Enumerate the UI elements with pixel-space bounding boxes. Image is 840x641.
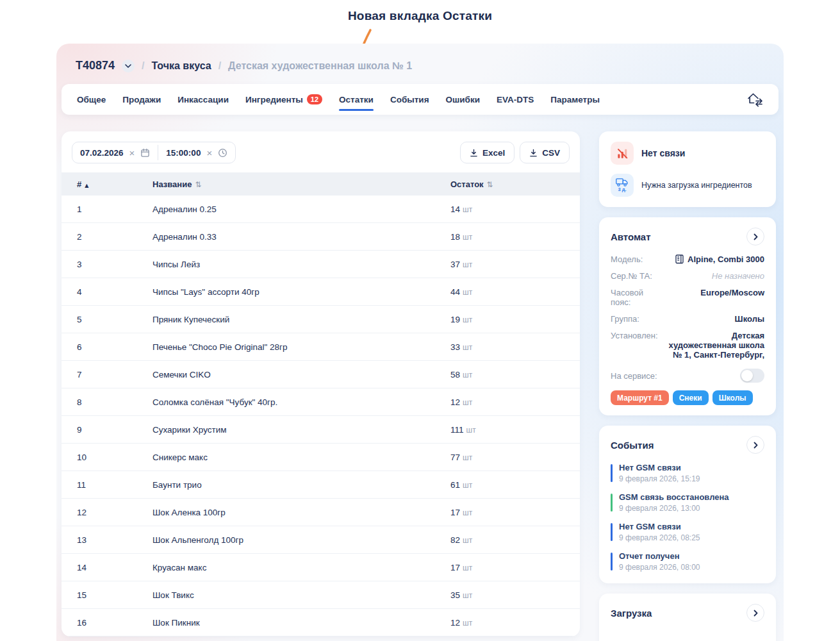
- serial-label: Сер.№ ТА:: [611, 271, 652, 281]
- header-index[interactable]: #▲: [77, 179, 152, 189]
- row-stock-unit: шт: [463, 205, 472, 214]
- breadcrumb-machine-id[interactable]: T40874: [76, 59, 115, 72]
- event-date: 9 февраля 2026, 08:00: [619, 563, 764, 572]
- days-badge: 3 д.: [618, 187, 626, 192]
- sidebar: Нет связи 3 д. Нужна загрузка ингредиент…: [599, 131, 776, 641]
- table-row[interactable]: 4 Чипсы "Lays" ассорти 40гр 44шт: [62, 278, 580, 306]
- row-stock: 37шт: [450, 260, 564, 269]
- machine-tag[interactable]: Маршрут #1: [611, 390, 669, 405]
- table-row[interactable]: 8 Соломка солёная "Чубук" 40гр. 12шт: [62, 388, 580, 416]
- row-index: 15: [77, 590, 152, 600]
- event-title: Нет GSM связи: [619, 463, 764, 472]
- loading-card-expand-button[interactable]: [746, 604, 764, 622]
- table-row[interactable]: 12 Шок Аленка 100гр 17шт: [62, 499, 580, 526]
- chevron-right-icon: [754, 233, 758, 240]
- switch-machine-button[interactable]: [746, 92, 763, 107]
- tab-ingredients[interactable]: Ингредиенты 12: [245, 84, 322, 115]
- row-index: 9: [77, 425, 152, 435]
- time-filter[interactable]: 15:00:00 ×: [158, 142, 235, 163]
- row-stock: 111шт: [450, 425, 564, 435]
- row-index: 2: [77, 232, 152, 242]
- clear-date-icon[interactable]: ×: [129, 148, 135, 158]
- table-row[interactable]: 10 Сникерс макс 77шт: [62, 444, 580, 471]
- tab-bar: Общее Продажи Инкассации Ингредиенты 12 …: [62, 84, 778, 115]
- machine-id-dropdown-button[interactable]: [122, 60, 135, 72]
- tab-events[interactable]: События: [390, 84, 429, 115]
- export-csv-button[interactable]: CSV: [520, 142, 570, 163]
- events-card-expand-button[interactable]: [746, 436, 764, 454]
- tab-remains[interactable]: Остатки: [339, 84, 374, 115]
- stock-table-card: 07.02.2026 × 15:00:00 ×: [62, 131, 580, 637]
- event-title: Нет GSM связи: [619, 522, 764, 531]
- row-stock-unit: шт: [463, 260, 472, 269]
- breadcrumb-location: Детская художественная школа № 1: [228, 60, 412, 72]
- machine-card-expand-button[interactable]: [746, 228, 764, 246]
- chevron-down-icon: [125, 64, 131, 68]
- tab-label: Параметры: [550, 95, 600, 104]
- tab-collections[interactable]: Инкассации: [177, 84, 229, 115]
- table-row[interactable]: 15 Шок Твикс 35шт: [62, 581, 580, 609]
- tab-label: Ошибки: [446, 95, 480, 104]
- row-index: 8: [77, 397, 152, 407]
- row-stock-unit: шт: [466, 426, 476, 435]
- header-stock[interactable]: Остаток⇅: [450, 179, 564, 189]
- row-stock-unit: шт: [463, 453, 472, 462]
- tab-eva-dts[interactable]: EVA-DTS: [497, 84, 534, 115]
- clear-time-icon[interactable]: ×: [206, 148, 212, 158]
- event-item[interactable]: GSM связь восстановлена 9 февраля 2026, …: [611, 492, 764, 513]
- time-filter-value[interactable]: 15:00:00: [166, 148, 201, 158]
- row-product-name: Адреналин 0.33: [152, 232, 450, 242]
- row-product-name: Пряник Купеческий: [152, 315, 450, 324]
- row-stock: 19шт: [450, 315, 564, 324]
- clock-icon[interactable]: [218, 148, 227, 158]
- table-row[interactable]: 9 Сухарики Хрустим 111шт: [62, 416, 580, 444]
- service-label: На сервисе:: [611, 371, 657, 381]
- tab-sales[interactable]: Продажи: [122, 84, 161, 115]
- loading-card: Загрузка: [599, 594, 776, 641]
- table-row[interactable]: 6 Печенье "Choco Pie Original" 28гр 33шт: [62, 333, 580, 361]
- machine-tag[interactable]: Школы: [712, 390, 753, 405]
- event-date: 9 февраля 2026, 08:25: [619, 533, 764, 542]
- event-color-bar: [611, 494, 613, 512]
- model-label: Модель:: [611, 254, 643, 264]
- date-filter[interactable]: 07.02.2026 ×: [72, 142, 158, 163]
- table-row[interactable]: 14 Круасан макс 17шт: [62, 554, 580, 581]
- table-row[interactable]: 16 Шок Пикник 12шт: [62, 609, 580, 637]
- tab-errors[interactable]: Ошибки: [446, 84, 480, 115]
- sort-icon[interactable]: ⇅: [195, 180, 201, 189]
- machine-tag[interactable]: Снеки: [673, 390, 709, 405]
- table-row[interactable]: 2 Адреналин 0.33 18шт: [62, 223, 580, 251]
- breadcrumb-network[interactable]: Точка вкуса: [152, 60, 211, 72]
- row-stock-unit: шт: [463, 536, 472, 545]
- loading-card-title: Загрузка: [611, 608, 652, 619]
- row-stock: 12шт: [450, 397, 564, 407]
- table-row[interactable]: 3 Чипсы Лейз 37шт: [62, 251, 580, 278]
- table-row[interactable]: 11 Баунти трио 61шт: [62, 471, 580, 499]
- row-stock: 58шт: [450, 370, 564, 379]
- event-item[interactable]: Отчет получен 9 февраля 2026, 08:00: [611, 551, 764, 572]
- table-row[interactable]: 5 Пряник Купеческий 19шт: [62, 306, 580, 333]
- header-name[interactable]: Название⇅: [152, 179, 450, 189]
- machine-card-title: Автомат: [611, 231, 651, 242]
- table-row[interactable]: 13 Шок Альпенголд 100гр 82шт: [62, 526, 580, 554]
- export-excel-button[interactable]: Excel: [460, 142, 515, 163]
- row-stock: 44шт: [450, 287, 564, 297]
- service-row: На сервисе:: [611, 369, 764, 383]
- service-toggle[interactable]: [740, 369, 764, 383]
- calendar-icon[interactable]: [140, 148, 150, 158]
- event-item[interactable]: Нет GSM связи 9 февраля 2026, 08:25: [611, 522, 764, 542]
- event-date: 9 февраля 2026, 13:00: [619, 504, 764, 513]
- table-row[interactable]: 7 Семечки CIKO 58шт: [62, 361, 580, 388]
- tab-label: Общее: [77, 95, 106, 104]
- row-index: 1: [77, 204, 152, 214]
- row-index: 11: [77, 480, 152, 490]
- tab-parameters[interactable]: Параметры: [550, 84, 600, 115]
- event-item[interactable]: Нет GSM связи 9 февраля 2026, 15:19: [611, 463, 764, 483]
- tab-general[interactable]: Общее: [77, 84, 106, 115]
- sort-asc-icon[interactable]: ▲: [85, 183, 88, 188]
- timezone-value: Europe/Moscow: [700, 288, 764, 307]
- date-filter-value[interactable]: 07.02.2026: [80, 148, 124, 158]
- row-stock-unit: шт: [463, 315, 472, 324]
- sort-icon[interactable]: ⇅: [487, 180, 493, 189]
- table-row[interactable]: 1 Адреналин 0.25 14шт: [62, 196, 580, 223]
